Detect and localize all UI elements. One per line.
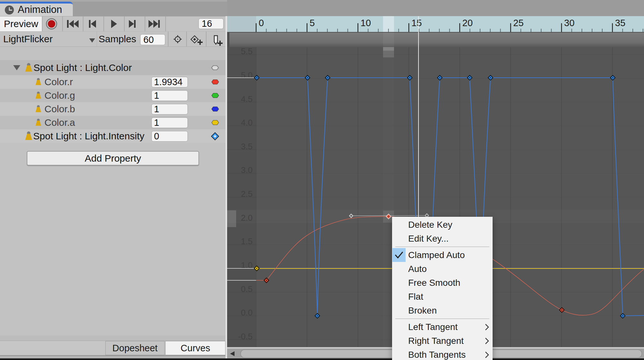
svg-text:15: 15 (411, 18, 422, 28)
svg-text:0.5: 0.5 (241, 284, 253, 294)
svg-text:-0.5: -0.5 (238, 332, 253, 341)
svg-text:10: 10 (360, 18, 371, 28)
svg-text:4.5: 4.5 (241, 94, 253, 104)
svg-text:0: 0 (259, 18, 264, 28)
svg-text:5.5: 5.5 (241, 46, 253, 56)
svg-text:0.0: 0.0 (241, 308, 253, 317)
svg-text:35: 35 (615, 18, 625, 28)
svg-text:3.5: 3.5 (241, 142, 253, 151)
svg-text:20: 20 (462, 18, 473, 28)
svg-text:25: 25 (513, 18, 524, 28)
svg-text:30: 30 (564, 18, 574, 28)
svg-text:3.0: 3.0 (241, 165, 253, 175)
svg-text:1.5: 1.5 (241, 236, 253, 246)
svg-text:5.0: 5.0 (241, 70, 253, 80)
svg-text:5: 5 (310, 18, 315, 28)
svg-text:2.0: 2.0 (241, 213, 253, 223)
svg-text:2.5: 2.5 (241, 189, 253, 199)
svg-text:4.0: 4.0 (241, 118, 253, 127)
